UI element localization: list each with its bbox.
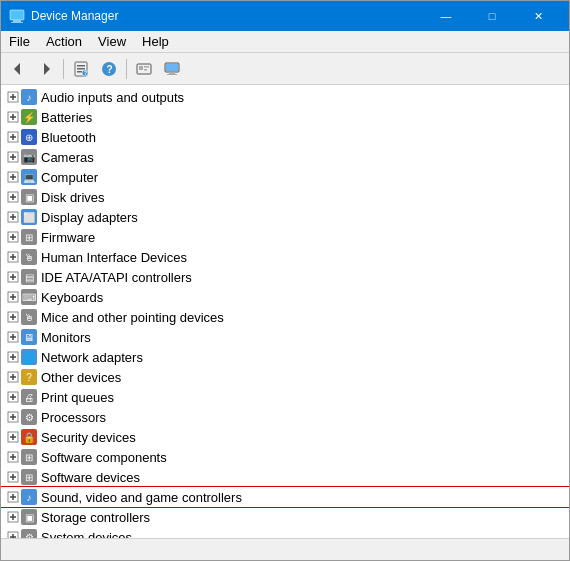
device-category-label: Other devices <box>41 370 121 385</box>
expander-icon[interactable] <box>5 509 21 525</box>
expander-icon[interactable] <box>5 129 21 145</box>
expander-icon[interactable] <box>5 269 21 285</box>
expander-icon[interactable] <box>5 529 21 538</box>
device-category-label: Cameras <box>41 150 94 165</box>
tree-item[interactable]: 🌐 Network adapters <box>1 347 569 367</box>
close-button[interactable]: ✕ <box>515 1 561 31</box>
expander-icon[interactable] <box>5 229 21 245</box>
device-category-icon: 🌐 <box>21 349 37 365</box>
monitor-button[interactable] <box>159 57 185 81</box>
tree-item[interactable]: 🖱 Mice and other pointing devices <box>1 307 569 327</box>
svg-rect-20 <box>167 74 177 75</box>
svg-text:🖥: 🖥 <box>24 332 34 343</box>
device-category-label: Monitors <box>41 330 91 345</box>
device-category-label: Software components <box>41 450 167 465</box>
menu-help[interactable]: Help <box>134 31 177 52</box>
tree-item[interactable]: ⊞ Software components <box>1 447 569 467</box>
svg-rect-6 <box>77 65 85 67</box>
expander-icon[interactable] <box>5 369 21 385</box>
minimize-button[interactable]: — <box>423 1 469 31</box>
forward-button[interactable] <box>33 57 59 81</box>
device-category-label: Network adapters <box>41 350 143 365</box>
svg-marker-3 <box>14 63 20 75</box>
svg-text:⌨: ⌨ <box>22 292 36 303</box>
back-button[interactable] <box>5 57 31 81</box>
device-category-icon: ▣ <box>21 509 37 525</box>
device-category-icon: 🖱 <box>21 309 37 325</box>
device-category-icon: ⚡ <box>21 109 37 125</box>
expander-icon[interactable] <box>5 169 21 185</box>
device-category-label: Batteries <box>41 110 92 125</box>
device-category-label: Computer <box>41 170 98 185</box>
svg-rect-15 <box>144 66 149 68</box>
device-category-icon: ⊕ <box>21 129 37 145</box>
tree-item[interactable]: ♪ Audio inputs and outputs <box>1 87 569 107</box>
expander-icon[interactable] <box>5 489 21 505</box>
tree-item[interactable]: ⚙ System devices <box>1 527 569 538</box>
svg-text:⚙: ⚙ <box>25 412 34 423</box>
menu-file[interactable]: File <box>1 31 38 52</box>
help-button[interactable]: ? <box>96 57 122 81</box>
svg-rect-2 <box>11 22 23 23</box>
tree-item[interactable]: ▣ Storage controllers <box>1 507 569 527</box>
tree-item[interactable]: 🔒 Security devices <box>1 427 569 447</box>
device-category-icon: ⚙ <box>21 529 37 538</box>
device-category-label: Disk drives <box>41 190 105 205</box>
device-category-label: Firmware <box>41 230 95 245</box>
tree-item[interactable]: 🖥 Monitors <box>1 327 569 347</box>
title-bar: Device Manager — □ ✕ <box>1 1 569 31</box>
tree-item[interactable]: ⚙ Processors <box>1 407 569 427</box>
expander-icon[interactable] <box>5 209 21 225</box>
expander-icon[interactable] <box>5 469 21 485</box>
tree-item[interactable]: 💻 Computer <box>1 167 569 187</box>
expander-icon[interactable] <box>5 249 21 265</box>
device-category-icon: ⊞ <box>21 449 37 465</box>
menu-action[interactable]: Action <box>38 31 90 52</box>
show-hidden-button[interactable] <box>131 57 157 81</box>
expander-icon[interactable] <box>5 149 21 165</box>
tree-item[interactable]: ♪ Sound, video and game controllers <box>1 487 569 507</box>
svg-text:▤: ▤ <box>25 272 34 283</box>
expander-icon[interactable] <box>5 349 21 365</box>
device-category-icon: ⚙ <box>21 409 37 425</box>
expander-icon[interactable] <box>5 289 21 305</box>
tree-item[interactable]: ⚡ Batteries <box>1 107 569 127</box>
tree-item[interactable]: ⬜ Display adapters <box>1 207 569 227</box>
window-controls: — □ ✕ <box>423 1 561 31</box>
tree-item[interactable]: ⊞ Software devices <box>1 467 569 487</box>
device-category-icon: 🔒 <box>21 429 37 445</box>
expander-icon[interactable] <box>5 449 21 465</box>
tree-item[interactable]: ? Other devices <box>1 367 569 387</box>
tree-item[interactable]: ▤ IDE ATA/ATAPI controllers <box>1 267 569 287</box>
menu-bar: File Action View Help <box>1 31 569 53</box>
expander-icon[interactable] <box>5 109 21 125</box>
tree-item[interactable]: ▣ Disk drives <box>1 187 569 207</box>
device-tree[interactable]: ♪ Audio inputs and outputs ⚡ Batteries ⊕… <box>1 85 569 538</box>
tree-item[interactable]: ⌨ Keyboards <box>1 287 569 307</box>
expander-icon[interactable] <box>5 89 21 105</box>
expander-icon[interactable] <box>5 409 21 425</box>
tree-item[interactable]: 🖱 Human Interface Devices <box>1 247 569 267</box>
device-category-icon: ⊞ <box>21 469 37 485</box>
expander-icon[interactable] <box>5 309 21 325</box>
tree-item[interactable]: 🖨 Print queues <box>1 387 569 407</box>
forward-icon <box>38 61 54 77</box>
tree-item[interactable]: 📷 Cameras <box>1 147 569 167</box>
maximize-button[interactable]: □ <box>469 1 515 31</box>
expander-icon[interactable] <box>5 329 21 345</box>
expander-icon[interactable] <box>5 429 21 445</box>
toolbar: ? ? <box>1 53 569 85</box>
properties-button[interactable]: ? <box>68 57 94 81</box>
expander-icon[interactable] <box>5 189 21 205</box>
svg-rect-16 <box>144 69 147 71</box>
tree-item[interactable]: ⊞ Firmware <box>1 227 569 247</box>
content-area: ♪ Audio inputs and outputs ⚡ Batteries ⊕… <box>1 85 569 538</box>
tree-item[interactable]: ⊕ Bluetooth <box>1 127 569 147</box>
device-category-label: IDE ATA/ATAPI controllers <box>41 270 192 285</box>
device-category-label: Software devices <box>41 470 140 485</box>
expander-icon[interactable] <box>5 389 21 405</box>
menu-view[interactable]: View <box>90 31 134 52</box>
device-category-label: Human Interface Devices <box>41 250 187 265</box>
svg-rect-1 <box>13 20 21 22</box>
svg-text:?: ? <box>84 70 87 76</box>
